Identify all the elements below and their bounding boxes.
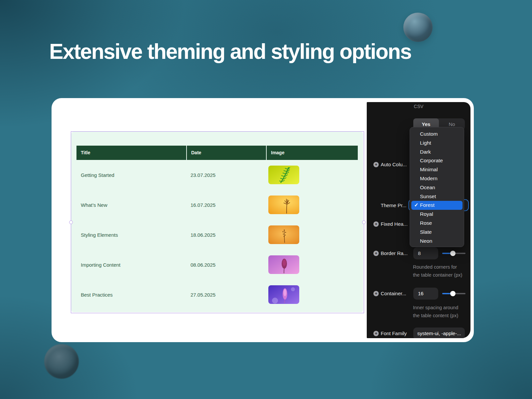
border-radius-input[interactable]: 8: [413, 247, 438, 259]
page-title: Extensive theming and styling options: [49, 39, 481, 64]
cell-date: 08.06.2025: [186, 262, 265, 268]
table-row[interactable]: Importing Content 08.06.2025: [76, 250, 358, 280]
theme-preset-label: Theme Pr...: [381, 202, 407, 208]
menu-item-rose[interactable]: Rose: [411, 219, 463, 228]
font-family-input[interactable]: system-ui, -apple-...: [413, 328, 465, 338]
purple-flower-image: [268, 285, 299, 304]
menu-item-royal[interactable]: Royal: [411, 210, 463, 219]
slider-handle[interactable]: [450, 291, 456, 296]
dried-plant-image: [268, 196, 299, 214]
cell-title: Best Practices: [76, 292, 186, 298]
table-header-row: Title Date Image: [76, 146, 358, 160]
fixed-header-label: Fixed Hea...: [381, 221, 408, 227]
menu-item-ocean[interactable]: Ocean: [411, 183, 463, 192]
container-padding-slider[interactable]: [442, 291, 466, 296]
menu-item-custom[interactable]: Custom: [411, 130, 463, 139]
cell-date: 23.07.2025: [186, 172, 265, 178]
preview-table[interactable]: Title Date Image Getting Started 23.07.2…: [71, 132, 363, 312]
menu-item-sunset[interactable]: Sunset: [411, 192, 463, 201]
column-header-image: Image: [267, 146, 358, 160]
column-header-title: Title: [76, 146, 186, 160]
cell-title: Importing Content: [76, 262, 186, 268]
cell-date: 16.07.2025: [186, 202, 265, 208]
export-format-label: CSV: [367, 103, 470, 110]
column-header-date: Date: [187, 146, 266, 160]
table-row[interactable]: Getting Started 23.07.2025: [76, 160, 358, 190]
cell-date: 27.05.2025: [186, 292, 265, 298]
decor-sphere-top-right-icon: [403, 13, 433, 42]
font-family-label: Font Family: [381, 331, 407, 336]
menu-item-slate[interactable]: Slate: [411, 228, 463, 237]
pink-flower-image: [268, 255, 299, 274]
cell-image: [265, 196, 358, 214]
menu-item-neon[interactable]: Neon: [411, 237, 463, 246]
marketing-slide: Extensive theming and styling options Ti…: [0, 0, 532, 399]
border-radius-slider[interactable]: [442, 251, 466, 256]
container-padding-input[interactable]: 16: [413, 288, 438, 300]
container-padding-help: Inner spacing around the table content (…: [413, 304, 458, 320]
table-row[interactable]: Best Practices 27.05.2025: [76, 280, 358, 310]
cell-date: 18.06.2025: [186, 232, 265, 238]
table-row[interactable]: Styling Elements 18.06.2025: [76, 220, 358, 250]
plus-circle-icon[interactable]: [373, 291, 379, 296]
slider-handle[interactable]: [450, 251, 456, 256]
cell-title: Styling Elements: [76, 232, 186, 238]
selection-handle-left[interactable]: [69, 220, 73, 224]
menu-item-minimal[interactable]: Minimal: [411, 165, 463, 174]
plus-circle-icon[interactable]: [373, 331, 379, 336]
plus-circle-icon[interactable]: [373, 221, 379, 227]
border-radius-label: Border Ra...: [381, 250, 408, 256]
selection-handle-right[interactable]: [362, 220, 366, 224]
cell-title: Getting Started: [76, 172, 186, 178]
menu-item-dark[interactable]: Dark: [411, 148, 463, 157]
fern-image: [268, 166, 299, 184]
plus-circle-icon[interactable]: [373, 162, 379, 167]
plus-circle-icon[interactable]: [373, 251, 379, 256]
settings-panel: CSV Fixed Hea... Yes No Auto Colu... The…: [367, 102, 470, 338]
cell-image: [265, 285, 358, 304]
table-body: Getting Started 23.07.2025 What’s New 16…: [76, 160, 358, 310]
auto-columns-label: Auto Colu...: [381, 162, 407, 168]
menu-item-light[interactable]: Light: [411, 139, 463, 148]
check-icon: ✓: [413, 201, 419, 210]
menu-item-corporate[interactable]: Corporate: [411, 156, 463, 165]
cell-image: [265, 255, 358, 274]
cell-title: What’s New: [76, 202, 186, 208]
menu-item-forest[interactable]: ✓Forest: [411, 201, 463, 210]
menu-item-modern[interactable]: Modern: [411, 174, 463, 183]
table-row[interactable]: What’s New 16.07.2025: [76, 190, 358, 220]
sprig-image: [268, 225, 299, 244]
border-radius-help: Rounded corners for the table container …: [413, 263, 462, 279]
decor-sphere-bottom-left-icon: [44, 344, 79, 379]
theme-preset-dropdown: Custom Light Dark Corporate Minimal Mode…: [410, 127, 464, 247]
container-padding-label: Container...: [381, 291, 406, 297]
cell-image: [265, 166, 358, 184]
cell-image: [265, 225, 358, 244]
